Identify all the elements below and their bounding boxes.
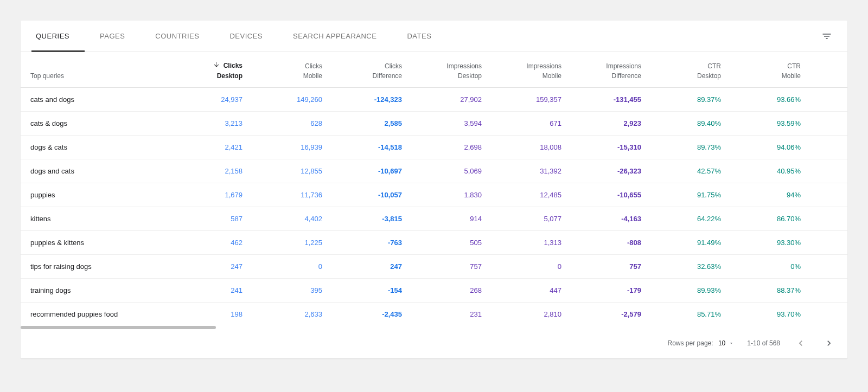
cell-ctr-diff: -2.3 [810, 183, 847, 207]
table-row[interactable]: tips for raising dogs2470247757075732.63… [21, 255, 847, 279]
tab-pages[interactable]: PAGES [85, 21, 140, 52]
page-range: 1-10 of 568 [747, 339, 780, 347]
pager-next-button[interactable] [821, 336, 837, 351]
table-header-row: Top queries ClicksDesktop ClicksMobile C… [21, 52, 847, 88]
table-scroll-area[interactable]: Top queries ClicksDesktop ClicksMobile C… [21, 52, 847, 329]
cell-ctr-diff: -8 [810, 303, 847, 326]
col-ctr-desktop[interactable]: CTRDesktop [651, 52, 731, 88]
cell-impr-desktop: 914 [412, 207, 492, 231]
tab-queries[interactable]: QUERIES [31, 21, 85, 52]
cell-ctr-mobile: 94.06% [731, 136, 810, 159]
cell-impr-desktop: 5,069 [412, 159, 492, 183]
tab-devices[interactable]: DEVICES [214, 21, 278, 52]
col-impressions-desktop[interactable]: ImpressionsDesktop [412, 52, 492, 88]
cell-query: cats & dogs [21, 112, 173, 136]
cell-clicks-diff: -3,815 [332, 207, 412, 231]
cell-clicks-desktop: 3,213 [173, 112, 252, 136]
cell-clicks-diff: -14,518 [332, 136, 412, 159]
cell-clicks-diff: -154 [332, 279, 412, 303]
col-clicks-desktop[interactable]: ClicksDesktop [173, 52, 252, 88]
cell-ctr-mobile: 93.66% [731, 88, 810, 112]
cell-impr-desktop: 3,594 [412, 112, 492, 136]
table-row[interactable]: kittens5874,402-3,8159145,077-4,16364.22… [21, 207, 847, 231]
cell-clicks-desktop: 462 [173, 231, 252, 255]
pager-prev-button[interactable] [793, 336, 808, 351]
cell-impr-diff: -808 [571, 231, 651, 255]
cell-ctr-diff: -4.3 [810, 88, 847, 112]
cell-impr-mobile: 2,810 [492, 303, 571, 326]
cell-ctr-desktop: 89.73% [651, 136, 731, 159]
cell-clicks-diff: -10,057 [332, 183, 412, 207]
cell-impr-mobile: 0 [492, 255, 571, 279]
cell-impr-diff: -2,579 [571, 303, 651, 326]
queries-table: Top queries ClicksDesktop ClicksMobile C… [21, 52, 847, 326]
tab-countries[interactable]: COUNTRIES [140, 21, 214, 52]
cell-clicks-mobile: 149,260 [252, 88, 332, 112]
cell-impr-desktop: 1,830 [412, 183, 492, 207]
col-top-queries[interactable]: Top queries [21, 52, 173, 88]
cell-ctr-mobile: 93.59% [731, 112, 810, 136]
cell-clicks-desktop: 241 [173, 279, 252, 303]
cell-ctr-desktop: 89.93% [651, 279, 731, 303]
cell-clicks-diff: 247 [332, 255, 412, 279]
cell-impr-diff: -10,655 [571, 183, 651, 207]
cell-clicks-mobile: 16,939 [252, 136, 332, 159]
cell-query: dogs and cats [21, 159, 173, 183]
cell-impr-diff: 2,923 [571, 112, 651, 136]
cell-ctr-desktop: 32.63% [651, 255, 731, 279]
table-row[interactable]: dogs and cats2,15812,855-10,6975,06931,3… [21, 159, 847, 183]
col-ctr-mobile[interactable]: CTRMobile [731, 52, 810, 88]
col-ctr-difference[interactable]: CTRDifference [810, 52, 847, 88]
table-row[interactable]: recommended puppies food1982,633-2,43523… [21, 303, 847, 326]
cell-impr-mobile: 31,392 [492, 159, 571, 183]
table-row[interactable]: cats and dogs24,937149,260-124,32327,902… [21, 88, 847, 112]
rows-per-page-label: Rows per page: [668, 339, 713, 347]
cell-ctr-desktop: 89.40% [651, 112, 731, 136]
cell-impr-mobile: 671 [492, 112, 571, 136]
tab-bar: QUERIES PAGES COUNTRIES DEVICES SEARCH A… [21, 21, 847, 52]
cell-ctr-desktop: 85.71% [651, 303, 731, 326]
cell-impr-desktop: 231 [412, 303, 492, 326]
cell-clicks-mobile: 4,402 [252, 207, 332, 231]
table-row[interactable]: puppies & kittens4621,225-7635051,313-80… [21, 231, 847, 255]
cell-ctr-mobile: 93.30% [731, 231, 810, 255]
cell-query: recommended puppies food [21, 303, 173, 326]
cell-impr-mobile: 18,008 [492, 136, 571, 159]
cell-impr-diff: -179 [571, 279, 651, 303]
cell-ctr-mobile: 88.37% [731, 279, 810, 303]
cell-clicks-diff: -763 [332, 231, 412, 255]
cell-ctr-mobile: 40.95% [731, 159, 810, 183]
cell-ctr-desktop: 91.49% [651, 231, 731, 255]
col-clicks-mobile[interactable]: ClicksMobile [252, 52, 332, 88]
cell-clicks-mobile: 11,736 [252, 183, 332, 207]
cell-ctr-mobile: 86.70% [731, 207, 810, 231]
tab-search-appearance[interactable]: SEARCH APPEARANCE [278, 21, 392, 52]
cell-ctr-diff: -4.2 [810, 112, 847, 136]
cell-ctr-desktop: 42.57% [651, 159, 731, 183]
cell-impr-desktop: 268 [412, 279, 492, 303]
col-clicks-difference[interactable]: ClicksDifference [332, 52, 412, 88]
table-row[interactable]: puppies1,67911,736-10,0571,83012,485-10,… [21, 183, 847, 207]
col-impressions-mobile[interactable]: ImpressionsMobile [492, 52, 571, 88]
filter-icon[interactable] [817, 27, 837, 46]
performance-table-card: QUERIES PAGES COUNTRIES DEVICES SEARCH A… [21, 21, 847, 358]
cell-ctr-desktop: 89.37% [651, 88, 731, 112]
cell-impr-desktop: 2,698 [412, 136, 492, 159]
cell-impr-desktop: 757 [412, 255, 492, 279]
col-impressions-difference[interactable]: ImpressionsDifference [571, 52, 651, 88]
cell-clicks-mobile: 628 [252, 112, 332, 136]
cell-ctr-mobile: 93.70% [731, 303, 810, 326]
cell-clicks-mobile: 0 [252, 255, 332, 279]
rows-per-page-select[interactable]: 10 [718, 339, 734, 347]
cell-impr-diff: -15,310 [571, 136, 651, 159]
tab-dates[interactable]: DATES [392, 21, 446, 52]
table-row[interactable]: training dogs241395-154268447-17989.93%8… [21, 279, 847, 303]
cell-impr-mobile: 12,485 [492, 183, 571, 207]
horizontal-scrollbar[interactable] [21, 326, 847, 329]
table-row[interactable]: dogs & cats2,42116,939-14,5182,69818,008… [21, 136, 847, 159]
cell-clicks-desktop: 2,158 [173, 159, 252, 183]
table-row[interactable]: cats & dogs3,2136282,5853,5946712,92389.… [21, 112, 847, 136]
cell-clicks-diff: -2,435 [332, 303, 412, 326]
cell-impr-mobile: 447 [492, 279, 571, 303]
cell-impr-desktop: 27,902 [412, 88, 492, 112]
